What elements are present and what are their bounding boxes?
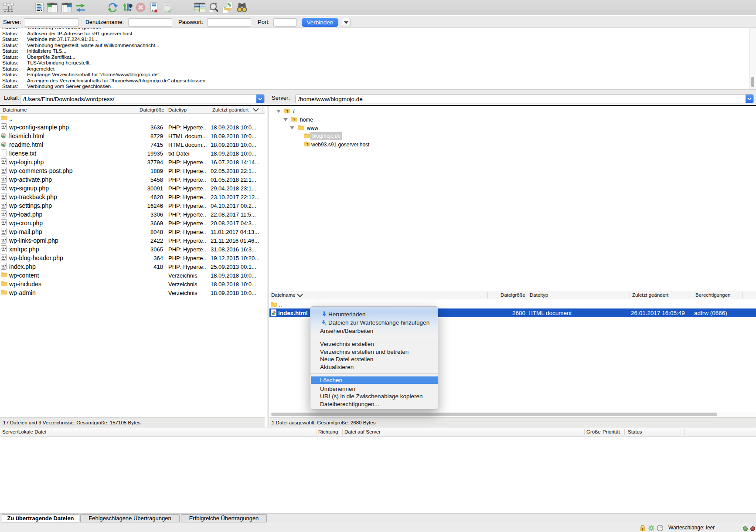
svg-text:?: ?	[286, 109, 289, 114]
svg-text:?: ?	[293, 118, 296, 122]
svg-text:A: A	[650, 526, 653, 530]
svg-text:?: ?	[306, 142, 309, 147]
